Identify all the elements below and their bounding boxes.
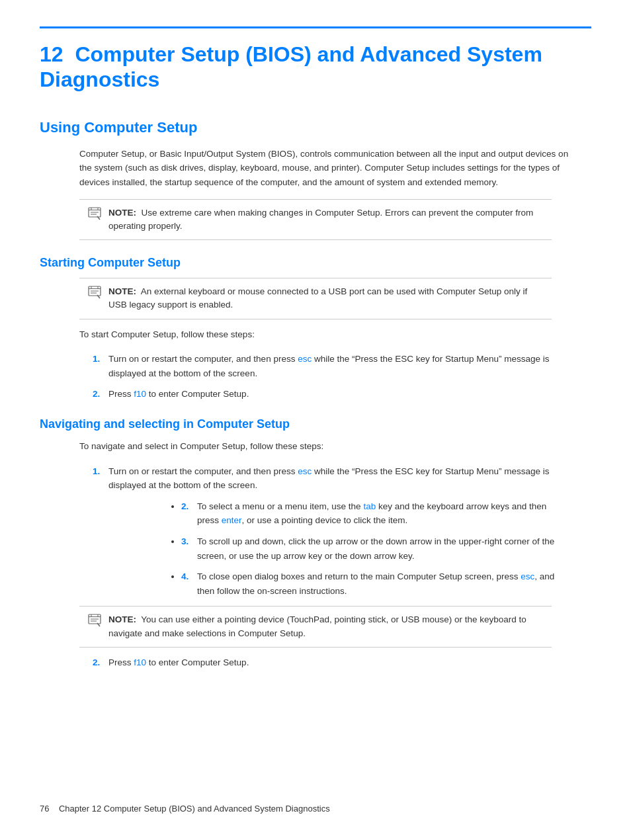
- inline-code-tab: tab: [363, 501, 376, 511]
- section-using-computer-setup: Using Computer Setup Computer Setup, or …: [40, 119, 591, 240]
- note-icon: [87, 207, 103, 220]
- note-icon-starting: [87, 286, 103, 299]
- navigating-steps-list: Turn on or restart the computer, and the…: [93, 464, 578, 599]
- section-navigating-computer-setup: Navigating and selecting in Computer Set…: [40, 417, 591, 669]
- navigating-ordered-list: Turn on or restart the computer, and the…: [93, 464, 578, 599]
- navigating-step2-list: Press f10 to enter Computer Setup.: [93, 655, 578, 670]
- chapter-title-text: Computer Setup (BIOS) and Advanced Syste…: [40, 42, 542, 91]
- using-computer-setup-intro: Computer Setup, or Basic Input/Output Sy…: [79, 147, 578, 190]
- starting-steps-list: Turn on or restart the computer, and the…: [93, 352, 578, 401]
- note-text-starting: An external keyboard or mouse connected …: [108, 286, 527, 310]
- footer-page-number: 76: [40, 804, 49, 814]
- inline-code-esc-2: esc: [298, 466, 312, 476]
- sub-heading-navigating: Navigating and selecting in Computer Set…: [40, 417, 591, 431]
- footer-chapter-ref: Chapter 12 Computer Setup (BIOS) and Adv…: [59, 804, 330, 814]
- starting-ordered-list: Turn on or restart the computer, and the…: [93, 352, 578, 401]
- note-content-starting: NOTE: An external keyboard or mouse conn…: [108, 285, 544, 312]
- chapter-title: 12 Computer Setup (BIOS) and Advanced Sy…: [40, 42, 591, 93]
- chapter-header: 12 Computer Setup (BIOS) and Advanced Sy…: [40, 26, 591, 93]
- navigating-intro: To navigate and select in Computer Setup…: [79, 439, 578, 454]
- bullet-item-2: To scroll up and down, click the up arro…: [181, 534, 565, 563]
- bullet-item-1: To select a menu or a menu item, use the…: [181, 499, 565, 528]
- page-footer: 76 Chapter 12 Computer Setup (BIOS) and …: [40, 804, 330, 814]
- inline-code-enter: enter: [222, 515, 242, 525]
- section-heading-using: Using Computer Setup: [40, 119, 591, 136]
- starting-step-1: Turn on or restart the computer, and the…: [93, 352, 578, 380]
- note-content-navigating: NOTE: You can use either a pointing devi…: [108, 613, 544, 640]
- note-box-starting: NOTE: An external keyboard or mouse conn…: [79, 278, 552, 319]
- note-text-using: Use extreme care when making changes in …: [108, 208, 533, 231]
- starting-intro: To start Computer Setup, follow these st…: [79, 327, 578, 342]
- inline-code-esc-1: esc: [298, 354, 312, 364]
- navigating-step-2: Press f10 to enter Computer Setup.: [93, 655, 578, 670]
- bullet-item-3: To close open dialog boxes and return to…: [181, 569, 565, 598]
- starting-step-2: Press f10 to enter Computer Setup.: [93, 387, 578, 401]
- inline-code-f10-1: f10: [134, 389, 146, 399]
- note-icon-navigating: [87, 614, 103, 627]
- inline-code-f10-2: f10: [134, 657, 146, 667]
- note-label-navigating: NOTE:: [108, 614, 136, 624]
- note-text-navigating: You can use either a pointing device (To…: [108, 614, 526, 638]
- note-box-navigating: NOTE: You can use either a pointing devi…: [79, 606, 552, 648]
- sub-heading-starting: Starting Computer Setup: [40, 256, 591, 270]
- chapter-number: 12: [40, 42, 63, 66]
- note-content-using: NOTE: Use extreme care when making chang…: [108, 206, 544, 233]
- section-starting-computer-setup: Starting Computer Setup NOTE: An externa…: [40, 256, 591, 401]
- note-label-using: NOTE:: [108, 208, 136, 218]
- navigating-ordered-list-2: Press f10 to enter Computer Setup.: [93, 655, 578, 670]
- inline-code-esc-3: esc: [521, 571, 534, 581]
- note-label-starting: NOTE:: [108, 286, 136, 296]
- navigating-bullet-list: To select a menu or a menu item, use the…: [181, 499, 565, 599]
- navigating-step-1: Turn on or restart the computer, and the…: [93, 464, 578, 599]
- note-box-using: NOTE: Use extreme care when making chang…: [79, 199, 552, 241]
